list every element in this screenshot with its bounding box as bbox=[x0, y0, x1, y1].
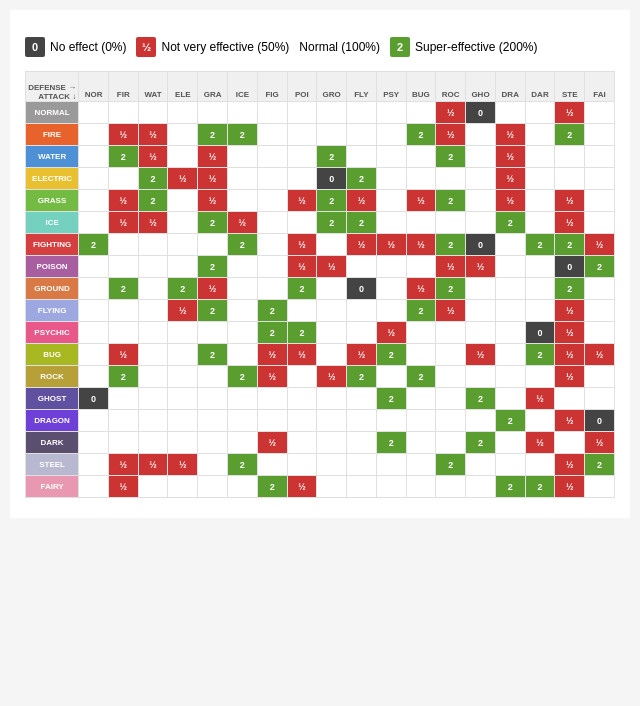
effectiveness-cell bbox=[108, 410, 138, 432]
effectiveness-cell bbox=[138, 344, 168, 366]
effectiveness-cell: ½ bbox=[495, 190, 525, 212]
legend-half: ½ Not very effective (50%) bbox=[136, 37, 289, 57]
effectiveness-cell bbox=[168, 124, 198, 146]
effectiveness-cell bbox=[108, 432, 138, 454]
table-row: FLYING½222½½ bbox=[26, 300, 615, 322]
effectiveness-cell bbox=[436, 168, 466, 190]
effectiveness-cell bbox=[287, 388, 317, 410]
effectiveness-cell: 2 bbox=[376, 388, 406, 410]
effectiveness-cell: 2 bbox=[406, 366, 436, 388]
effectiveness-cell bbox=[347, 410, 377, 432]
effectiveness-cell bbox=[198, 102, 228, 124]
effectiveness-cell: 2 bbox=[585, 454, 615, 476]
effectiveness-cell: 2 bbox=[466, 432, 496, 454]
row-type-label: FIGHTING bbox=[26, 234, 79, 256]
effectiveness-cell: ½ bbox=[466, 256, 496, 278]
effectiveness-cell bbox=[585, 278, 615, 300]
effectiveness-cell bbox=[466, 366, 496, 388]
effectiveness-cell: ½ bbox=[555, 476, 585, 498]
table-row: FIRE½½222½½2 bbox=[26, 124, 615, 146]
col-WAT: WAT bbox=[138, 72, 168, 102]
effectiveness-cell: ½ bbox=[555, 212, 585, 234]
page-container: 0 No effect (0%) ½ Not very effective (5… bbox=[10, 10, 630, 518]
effectiveness-cell bbox=[466, 212, 496, 234]
effectiveness-cell bbox=[227, 410, 257, 432]
col-GRO: GRO bbox=[317, 72, 347, 102]
effectiveness-cell bbox=[227, 432, 257, 454]
effectiveness-cell bbox=[347, 476, 377, 498]
table-row: WATER2½½22½ bbox=[26, 146, 615, 168]
effectiveness-cell bbox=[287, 300, 317, 322]
col-PSY: PSY bbox=[376, 72, 406, 102]
effectiveness-cell bbox=[525, 168, 555, 190]
effectiveness-cell bbox=[376, 366, 406, 388]
effectiveness-cell bbox=[257, 454, 287, 476]
effectiveness-cell bbox=[347, 300, 377, 322]
effectiveness-cell bbox=[525, 300, 555, 322]
effectiveness-cell: 2 bbox=[108, 278, 138, 300]
effectiveness-cell: 2 bbox=[347, 168, 377, 190]
effectiveness-cell: 2 bbox=[108, 146, 138, 168]
effectiveness-cell bbox=[436, 212, 466, 234]
effectiveness-cell: ½ bbox=[347, 234, 377, 256]
effectiveness-cell bbox=[376, 454, 406, 476]
effectiveness-cell bbox=[495, 278, 525, 300]
effectiveness-cell: 2 bbox=[108, 366, 138, 388]
col-FLY: FLY bbox=[347, 72, 377, 102]
effectiveness-cell: 0 bbox=[525, 322, 555, 344]
effectiveness-cell: 0 bbox=[585, 410, 615, 432]
effectiveness-cell: 2 bbox=[406, 300, 436, 322]
effectiveness-cell bbox=[436, 344, 466, 366]
effectiveness-cell bbox=[138, 366, 168, 388]
col-FIR: FIR bbox=[108, 72, 138, 102]
effectiveness-cell bbox=[198, 388, 228, 410]
effectiveness-cell bbox=[138, 256, 168, 278]
effectiveness-cell bbox=[227, 476, 257, 498]
effectiveness-cell bbox=[585, 124, 615, 146]
effectiveness-cell: 2 bbox=[436, 234, 466, 256]
effectiveness-cell bbox=[525, 146, 555, 168]
legend-no-effect: 0 No effect (0%) bbox=[25, 37, 126, 57]
effectiveness-cell bbox=[436, 476, 466, 498]
effectiveness-cell bbox=[198, 234, 228, 256]
effectiveness-cell: ½ bbox=[287, 344, 317, 366]
effectiveness-cell bbox=[406, 168, 436, 190]
table-row: ICE½½2½222½ bbox=[26, 212, 615, 234]
effectiveness-cell: ½ bbox=[168, 454, 198, 476]
effectiveness-cell bbox=[317, 234, 347, 256]
effectiveness-cell bbox=[495, 102, 525, 124]
effectiveness-cell bbox=[317, 388, 347, 410]
table-row: DARK½22½½ bbox=[26, 432, 615, 454]
effectiveness-cell bbox=[585, 102, 615, 124]
effectiveness-cell bbox=[436, 388, 466, 410]
col-NOR: NOR bbox=[79, 72, 109, 102]
effectiveness-cell bbox=[287, 146, 317, 168]
effectiveness-cell bbox=[227, 256, 257, 278]
effectiveness-cell bbox=[376, 410, 406, 432]
effectiveness-cell: ½ bbox=[347, 344, 377, 366]
effectiveness-cell: ½ bbox=[347, 190, 377, 212]
effectiveness-cell: ½ bbox=[108, 190, 138, 212]
effectiveness-cell bbox=[525, 124, 555, 146]
effectiveness-cell bbox=[168, 234, 198, 256]
effectiveness-cell bbox=[79, 212, 109, 234]
effectiveness-cell bbox=[406, 432, 436, 454]
effectiveness-cell bbox=[585, 146, 615, 168]
effectiveness-cell bbox=[108, 168, 138, 190]
effectiveness-cell bbox=[79, 190, 109, 212]
effectiveness-cell bbox=[198, 410, 228, 432]
effectiveness-cell: 2 bbox=[198, 124, 228, 146]
effectiveness-cell: 2 bbox=[198, 256, 228, 278]
effectiveness-cell: 2 bbox=[495, 476, 525, 498]
effectiveness-cell bbox=[108, 102, 138, 124]
effectiveness-cell bbox=[257, 146, 287, 168]
effectiveness-cell bbox=[287, 432, 317, 454]
effectiveness-cell bbox=[227, 146, 257, 168]
effectiveness-cell bbox=[466, 190, 496, 212]
effectiveness-cell bbox=[227, 388, 257, 410]
effectiveness-cell bbox=[227, 322, 257, 344]
effectiveness-cell: 2 bbox=[525, 234, 555, 256]
effectiveness-cell: 2 bbox=[495, 212, 525, 234]
effectiveness-cell: ½ bbox=[525, 432, 555, 454]
effectiveness-cell bbox=[406, 410, 436, 432]
